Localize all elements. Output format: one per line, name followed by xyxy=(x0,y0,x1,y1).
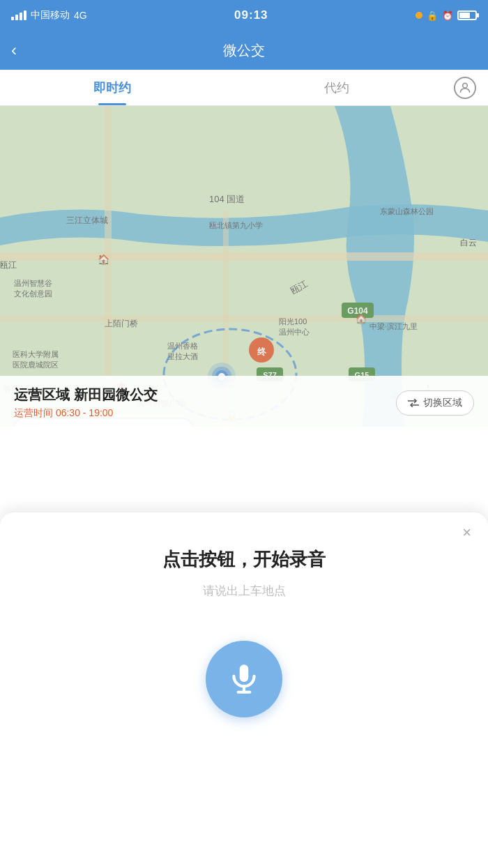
svg-text:里拉大酒: 里拉大酒 xyxy=(167,352,198,360)
svg-text:东蒙山森林公园: 东蒙山森林公园 xyxy=(380,207,434,215)
svg-text:🏠: 🏠 xyxy=(98,254,110,266)
svg-text:瓯江: 瓯江 xyxy=(0,260,17,270)
svg-text:阳光100: 阳光100 xyxy=(279,317,307,326)
svg-text:白云: 白云 xyxy=(460,238,477,248)
dot-icon xyxy=(415,12,422,19)
switch-icon xyxy=(408,399,419,407)
carrier-label: 中国移动 xyxy=(31,9,70,22)
svg-text:医院鹿城院区: 医院鹿城院区 xyxy=(13,360,59,369)
status-left: 中国移动 4G xyxy=(11,9,87,22)
profile-icon xyxy=(454,77,476,99)
svg-text:终: 终 xyxy=(257,347,267,357)
profile-tab[interactable] xyxy=(449,77,488,99)
bottom-sheet: × 点击按钮，开始录音 请说出上车地点 xyxy=(0,512,488,868)
svg-text:文化创意园: 文化创意园 xyxy=(14,289,52,298)
map-info-subtitle: 运营时间 06:30 - 19:00 xyxy=(14,407,158,420)
svg-text:医科大学附属: 医科大学附属 xyxy=(13,350,59,358)
header-title: 微公交 xyxy=(223,41,265,60)
time-label: 09:13 xyxy=(234,8,268,22)
network-label: 4G xyxy=(74,10,87,21)
battery-icon xyxy=(457,10,477,20)
tab-instant[interactable]: 即时约 xyxy=(0,70,224,105)
map-info-bar: 运营区域 新田园微公交 运营时间 06:30 - 19:00 切换区域 xyxy=(0,376,488,427)
switch-area-button[interactable]: 切换区域 xyxy=(396,390,474,416)
map-container: G104 S77 G15 终 104 国道 三江立体城 瓯北镇第九小学 东蒙山森… xyxy=(0,106,488,427)
mic-btn-wrapper xyxy=(28,641,460,717)
signal-icon xyxy=(11,10,26,20)
svg-text:温州中心: 温州中心 xyxy=(279,328,310,336)
svg-point-0 xyxy=(463,83,468,88)
svg-text:温州香格: 温州香格 xyxy=(167,342,198,350)
sheet-title: 点击按钮，开始录音 xyxy=(28,547,460,572)
status-right: 🔒 ⏰ xyxy=(415,10,477,21)
svg-text:瓯北镇第九小学: 瓯北镇第九小学 xyxy=(209,221,263,229)
tab-booking[interactable]: 代约 xyxy=(224,70,449,105)
svg-rect-56 xyxy=(240,664,249,682)
alarm-icon: ⏰ xyxy=(442,10,453,21)
microphone-button[interactable] xyxy=(206,641,282,717)
svg-text:三江立体城: 三江立体城 xyxy=(66,215,108,225)
map-info-title: 运营区域 新田园微公交 xyxy=(14,386,158,404)
close-button[interactable]: × xyxy=(462,525,471,540)
svg-rect-2 xyxy=(0,252,488,261)
status-bar: 中国移动 4G 09:13 🔒 ⏰ xyxy=(0,0,488,31)
app-header: ‹ 微公交 xyxy=(0,31,488,70)
svg-text:104 国道: 104 国道 xyxy=(209,194,245,204)
sheet-subtitle: 请说出上车地点 xyxy=(28,583,460,599)
svg-text:上陌门桥: 上陌门桥 xyxy=(105,319,138,328)
svg-rect-3 xyxy=(0,315,488,322)
map-info-text: 运营区域 新田园微公交 运营时间 06:30 - 19:00 xyxy=(14,386,158,420)
tab-bar: 即时约 代约 xyxy=(0,70,488,106)
back-button[interactable]: ‹ xyxy=(11,40,17,60)
svg-text:🏠: 🏠 xyxy=(356,313,367,325)
microphone-icon xyxy=(227,662,261,696)
lock-icon: 🔒 xyxy=(427,10,438,21)
svg-text:中梁·滨江九里: 中梁·滨江九里 xyxy=(369,322,418,330)
svg-text:温州智慧谷: 温州智慧谷 xyxy=(14,279,52,287)
